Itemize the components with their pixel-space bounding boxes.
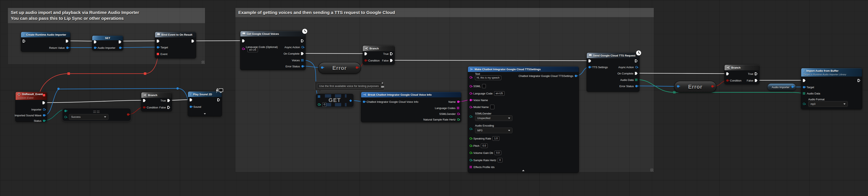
node-header[interactable]: Break Chatbot Integrator Google Cloud Vo… <box>361 92 461 97</box>
exec-out-pin[interactable] <box>119 40 121 44</box>
variable-out-pin[interactable] <box>792 86 794 88</box>
audio-format-dropdown[interactable]: mp3 <box>808 101 848 107</box>
reroute-node[interactable] <box>57 88 60 90</box>
enum-a-pin[interactable] <box>64 110 67 112</box>
bool-out-pin[interactable] <box>711 85 714 88</box>
node-import-audio-from-buffer[interactable]: ƒ Import Audio from Buffer Target is Run… <box>801 68 862 109</box>
tts-settings-in-pin[interactable]: TTS Settings <box>588 66 608 69</box>
exec-in-pin[interactable] <box>190 99 192 102</box>
index-pin[interactable] <box>318 104 320 106</box>
bool-out-pin[interactable] <box>356 66 358 69</box>
exec-in-pin[interactable] <box>94 40 97 44</box>
exec-in-pin[interactable] <box>242 39 245 43</box>
language-code-field[interactable]: en-US <box>247 48 258 52</box>
node-bind-event-to-on-result[interactable]: Bind Event to On Result Target Event <box>155 32 196 58</box>
collapse-node-chevron-icon[interactable] <box>522 170 525 171</box>
volume-gain-pin[interactable]: Volume Gain Db 0.0 <box>470 151 501 155</box>
tts-settings-out-pin[interactable]: Chatbot Integrator Google Cloud TTSSetti… <box>519 75 577 78</box>
exec-out-pin[interactable] <box>635 59 638 62</box>
condition-pin[interactable]: Condition <box>365 59 380 62</box>
node-array-get[interactable]: GET 0 <box>316 93 354 107</box>
node-send-google-cloud-tts-request[interactable]: Send Google Cloud TTS Request TTS Settin… <box>587 53 640 92</box>
name-out-pin[interactable]: Name <box>448 100 459 104</box>
audio-encoding-pin[interactable] <box>470 128 472 130</box>
delegate-out-pin[interactable] <box>43 94 45 96</box>
text-pin[interactable] <box>470 76 472 79</box>
audio-encoding-dropdown[interactable]: MP3 <box>475 128 513 133</box>
node-break-voice-info[interactable]: Break Chatbot Integrator Google Cloud Vo… <box>361 92 461 122</box>
element-out-pin[interactable] <box>350 100 351 102</box>
exec-in-pin[interactable] <box>588 59 591 62</box>
natural-sample-rate-pin[interactable]: Natural Sample Rate Hertz <box>423 118 459 121</box>
audio-data-array-pin[interactable]: Audio Data <box>620 78 638 82</box>
ssml-pin[interactable]: SSML <box>470 84 486 88</box>
ssml-gender-out-pin[interactable]: SSMLGender <box>439 112 459 115</box>
node-get-google-cloud-voices[interactable]: Get Google Cloud Voices Language Code (O… <box>240 31 306 70</box>
expand-node-chevron-icon[interactable] <box>204 113 206 114</box>
voice-name-pin[interactable]: Voice Name <box>470 99 488 102</box>
false-exec-pin[interactable]: False <box>382 59 393 62</box>
sample-rate-pin[interactable]: Sample Rate Hertz 0 <box>470 158 502 162</box>
target-pin[interactable]: Target <box>157 46 168 49</box>
voices-array-pin[interactable]: Voices <box>292 59 304 62</box>
node-audio-importer-variable[interactable]: Audio Importer <box>767 83 796 91</box>
sound-pin[interactable]: Sound <box>190 105 201 108</box>
speaking-rate-field[interactable]: 1.0 <box>493 136 499 141</box>
node-make-tts-settings[interactable]: Make Chatbot Integrator Google Cloud TTS… <box>468 66 579 173</box>
node-branch-1[interactable]: Branch Condition True False <box>141 92 172 111</box>
status-out-pin[interactable]: Status <box>34 119 45 122</box>
error-status-pin[interactable]: Error Status <box>619 85 638 88</box>
target-pin[interactable]: Target <box>803 86 814 89</box>
node-header[interactable]: SET <box>92 36 123 40</box>
pushpin-icon[interactable] <box>381 82 384 85</box>
node-error-macro-1[interactable]: Error <box>318 62 361 74</box>
exec-out-pin[interactable] <box>66 39 68 43</box>
index-field[interactable]: 0 <box>322 102 327 107</box>
node-comment-bubble[interactable]: Use the first available voice for testin… <box>315 81 384 90</box>
pitch-field[interactable]: 0.0 <box>481 144 488 148</box>
node-error-macro-2[interactable]: Error <box>674 81 716 92</box>
node-branch-3[interactable]: Branch Condition True False <box>724 65 760 84</box>
exec-in-pin[interactable] <box>23 39 25 43</box>
true-exec-pin[interactable]: True <box>748 72 757 76</box>
exec-out-pin[interactable] <box>217 99 220 102</box>
node-play-sound-2d[interactable]: ƒ Play Sound 2D Sound <box>188 91 222 116</box>
condition-pin[interactable]: Condition <box>726 79 741 82</box>
node-header[interactable]: Get Google Cloud Voices <box>240 31 305 36</box>
node-header[interactable]: Branch <box>363 46 395 51</box>
error-status-in-pin[interactable] <box>321 66 323 69</box>
audio-format-pin[interactable] <box>803 103 805 105</box>
node-header[interactable]: Branch <box>141 92 172 98</box>
node-header[interactable]: ƒ Create Runtime Audio Importer <box>21 32 70 37</box>
voice-info-in-pin[interactable]: Chatbot Integrator Google Cloud Voice In… <box>363 100 418 104</box>
speaking-rate-pin[interactable]: Speaking Rate 1.0 <box>470 136 499 141</box>
reroute-node[interactable] <box>144 72 146 75</box>
node-header[interactable]: Make Chatbot Integrator Google Cloud TTS… <box>468 66 579 72</box>
true-exec-pin[interactable]: True <box>160 99 170 102</box>
sample-rate-field[interactable]: 0 <box>498 158 502 162</box>
on-complete-exec-pin[interactable]: On Complete <box>617 72 638 75</box>
ssml-gender-pin[interactable] <box>470 115 472 118</box>
enum-b-pin[interactable] <box>64 116 67 118</box>
reroute-node[interactable] <box>67 72 70 75</box>
node-header[interactable]: ƒ Import Audio from Buffer Target is Run… <box>801 68 862 77</box>
reroute-node[interactable] <box>177 87 179 90</box>
effects-profile-ids-pin[interactable]: Effects Profile Ids <box>470 166 495 169</box>
async-action-pin[interactable]: Async Action <box>284 46 304 49</box>
speech-bubble-icon[interactable] <box>381 86 384 88</box>
node-header[interactable]: Bind Event to On Result <box>155 32 196 37</box>
condition-pin[interactable]: Condition <box>143 106 158 109</box>
enum-value-dropdown[interactable]: Success <box>69 114 108 120</box>
exec-out-pin[interactable] <box>191 39 194 43</box>
error-status-in-pin[interactable] <box>677 85 679 88</box>
node-branch-2[interactable]: Branch Condition True False <box>363 46 395 65</box>
model-name-field[interactable] <box>490 105 494 109</box>
node-header[interactable]: OnResult_Event Custom Event <box>16 92 47 100</box>
error-status-pin[interactable]: Error Status <box>286 65 304 68</box>
model-name-pin[interactable]: Model Name <box>470 105 494 109</box>
audio-importer-in-pin[interactable]: Audio Importer <box>94 46 115 49</box>
async-action-pin[interactable]: Async Action <box>618 66 638 69</box>
false-exec-pin[interactable]: False <box>159 106 170 109</box>
exec-out-pin[interactable] <box>42 101 45 105</box>
ssml-field[interactable] <box>482 84 486 88</box>
